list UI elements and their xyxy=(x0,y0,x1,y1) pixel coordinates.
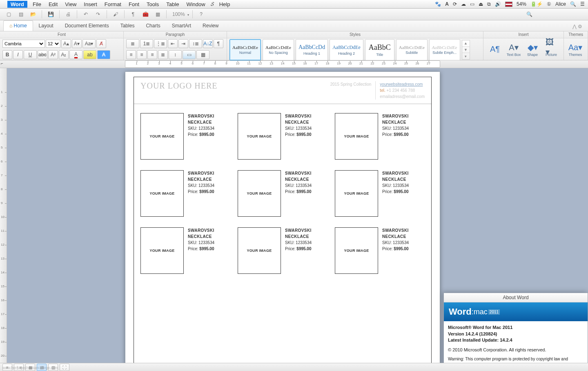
print-icon[interactable]: 🖨 xyxy=(63,9,74,19)
pilcrow-icon[interactable]: ¶ xyxy=(214,39,223,48)
menu-window[interactable]: Window xyxy=(183,1,209,7)
text-effects-icon[interactable]: A xyxy=(97,50,110,59)
picture-button[interactable]: 🖼▾Picture xyxy=(542,40,560,59)
notification-icon[interactable]: ☰ xyxy=(580,1,585,7)
image-placeholder[interactable]: YOUR IMAGE xyxy=(238,113,281,160)
change-case-icon[interactable]: Aa▾ xyxy=(82,39,96,48)
grow-font-icon[interactable]: A▴ xyxy=(61,39,71,48)
strike-icon[interactable]: abc xyxy=(38,50,47,59)
battery-icon[interactable]: 🔋⚡ xyxy=(530,1,543,7)
menu-font[interactable]: Font xyxy=(125,1,143,7)
menu-file[interactable]: File xyxy=(29,1,45,7)
logo-placeholder[interactable]: YOUR LOGO HERE xyxy=(140,81,217,91)
page-content[interactable]: YOUR LOGO HERE 2015 Spring Collection yo… xyxy=(134,77,432,371)
image-placeholder[interactable]: YOUR IMAGE xyxy=(140,113,184,160)
image-placeholder[interactable]: YOUR IMAGE xyxy=(238,227,281,274)
redo-icon[interactable]: ↷ xyxy=(93,9,103,19)
menu-format[interactable]: Format xyxy=(101,1,125,7)
style-subtitle[interactable]: AaBbCcDdEeSubtitle xyxy=(396,39,428,60)
bold-icon[interactable]: B xyxy=(2,50,12,59)
style-subtle-emph-[interactable]: AaBbCcDdEeSubtle Emph... xyxy=(429,39,460,60)
user-name[interactable]: Alice xyxy=(555,1,566,7)
textbox-button[interactable]: A▾Text Box xyxy=(505,40,523,59)
highlight-icon[interactable]: ab xyxy=(83,50,96,59)
numbering-icon[interactable]: 1≣ xyxy=(140,39,153,48)
app-name[interactable]: Word xyxy=(7,1,27,8)
status-icon-1[interactable]: 🐾 xyxy=(435,1,441,7)
image-placeholder[interactable]: YOUR IMAGE xyxy=(335,113,378,160)
status-icon-sync[interactable]: ⟳ xyxy=(453,1,457,7)
image-placeholder[interactable]: YOUR IMAGE xyxy=(238,170,281,217)
view-fullscreen-icon[interactable]: ⛶ xyxy=(60,364,69,371)
themes-button[interactable]: Aa▾Themes xyxy=(566,40,584,59)
script-icon[interactable]: 𝓢 xyxy=(211,1,214,7)
about-titlebar[interactable]: About Word xyxy=(444,293,588,302)
italic-icon[interactable]: I xyxy=(13,50,23,59)
show-hide-icon[interactable]: ¶ xyxy=(128,9,138,19)
bullets-icon[interactable]: ≣ xyxy=(126,39,139,48)
menu-tools[interactable]: Tools xyxy=(143,1,163,7)
sort-icon[interactable]: A↓Z xyxy=(203,39,213,48)
indent-dec-icon[interactable]: ⇤ xyxy=(168,39,178,48)
website-link[interactable]: yourwebsiteadress.com xyxy=(380,82,423,87)
style-heading-2[interactable]: AaBbCcDdEeHeading 2 xyxy=(330,39,363,60)
align-left-icon[interactable]: ≡ xyxy=(126,50,136,59)
status-icon-display[interactable]: ▭ xyxy=(470,1,474,7)
tab-charts[interactable]: Charts xyxy=(140,21,166,31)
clock-icon[interactable]: ① xyxy=(547,1,551,7)
image-placeholder[interactable]: YOUR IMAGE xyxy=(140,170,184,217)
tab-review[interactable]: Review xyxy=(197,21,224,31)
product-card[interactable]: YOUR IMAGESWAROVSKINECKLACESKU: 1233534P… xyxy=(140,113,230,160)
product-card[interactable]: YOUR IMAGESWAROVSKINECKLACESKU: 1233534P… xyxy=(238,113,327,160)
tab-home[interactable]: Home xyxy=(3,20,33,31)
multilevel-icon[interactable]: ⋮≣ xyxy=(154,39,167,48)
save-icon[interactable]: 💾 xyxy=(45,9,56,19)
menu-help[interactable]: Help xyxy=(216,1,234,7)
subscript-icon[interactable]: A₂ xyxy=(59,50,69,59)
volume-icon[interactable]: 🔊 xyxy=(495,1,501,7)
image-placeholder[interactable]: YOUR IMAGE xyxy=(140,227,184,274)
help-icon[interactable]: ? xyxy=(196,9,207,19)
justify-icon[interactable]: ≣ xyxy=(158,50,168,59)
tab-document-elements[interactable]: Document Elements xyxy=(59,21,115,31)
product-card[interactable]: YOUR IMAGESWAROVSKINECKLACESKU: 1233534P… xyxy=(335,170,425,217)
style-no-spacing[interactable]: AaBbCcDdEeNo Spacing xyxy=(263,39,294,60)
search-input[interactable] xyxy=(534,11,585,18)
menu-insert[interactable]: Insert xyxy=(80,1,101,7)
menu-edit[interactable]: Edit xyxy=(45,1,61,7)
wifi-icon[interactable]: ⧉ xyxy=(487,1,491,7)
status-icon-cloud[interactable]: ☁ xyxy=(461,1,466,7)
product-card[interactable]: YOUR IMAGESWAROVSKINECKLACESKU: 1233534P… xyxy=(335,227,425,274)
tab-tables[interactable]: Tables xyxy=(115,21,140,31)
underline-icon[interactable]: U xyxy=(24,50,37,59)
product-card[interactable]: YOUR IMAGESWAROVSKINECKLACESKU: 1233534P… xyxy=(335,113,425,160)
gallery-icon[interactable]: ▦ xyxy=(152,9,163,19)
font-size-select[interactable]: 12 xyxy=(46,40,60,48)
shrink-font-icon[interactable]: A▾ xyxy=(72,39,82,48)
clear-format-icon[interactable]: A̸ xyxy=(96,39,106,48)
spotlight-icon[interactable]: 🔍 xyxy=(570,1,576,7)
style-heading-1[interactable]: AaBbCcDdHeading 1 xyxy=(296,39,328,60)
style-title[interactable]: AaBbCTitle xyxy=(365,39,394,60)
tab-selector-icon[interactable]: ⌐ xyxy=(1,61,3,66)
menu-view[interactable]: View xyxy=(61,1,80,7)
product-card[interactable]: YOUR IMAGESWAROVSKINECKLACESKU: 1233534P… xyxy=(140,170,230,217)
line-spacing-icon[interactable]: ↕≣ xyxy=(189,39,202,48)
image-placeholder[interactable]: YOUR IMAGE xyxy=(335,227,378,274)
product-card[interactable]: YOUR IMAGESWAROVSKINECKLACESKU: 1233534P… xyxy=(238,170,327,217)
format-painter-icon[interactable]: 🖌 xyxy=(110,9,121,19)
ribbon-collapse-icon[interactable]: ⋀ ⚙ xyxy=(570,22,585,31)
vertical-ruler[interactable]: 123456789101112131415161718192021 xyxy=(0,68,7,371)
status-icon-eject[interactable]: ⏏ xyxy=(479,1,483,7)
product-card[interactable]: YOUR IMAGESWAROVSKINECKLACESKU: 1233534P… xyxy=(140,227,230,274)
tab-layout[interactable]: Layout xyxy=(33,21,59,31)
zoom-dropdown-icon[interactable] xyxy=(187,11,189,17)
toolbox-icon[interactable]: 🧰 xyxy=(140,9,151,19)
template-icon[interactable]: ▤ xyxy=(16,9,26,19)
image-placeholder[interactable]: YOUR IMAGE xyxy=(335,170,378,217)
search-icon[interactable]: 🔍 xyxy=(526,11,532,17)
align-center-icon[interactable]: ≡ xyxy=(137,50,147,59)
font-name-select[interactable]: Cambria xyxy=(2,40,45,48)
shape-button[interactable]: ◆▾Shape xyxy=(523,40,541,59)
styles-pager[interactable]: ▲▼▾ xyxy=(462,40,470,60)
